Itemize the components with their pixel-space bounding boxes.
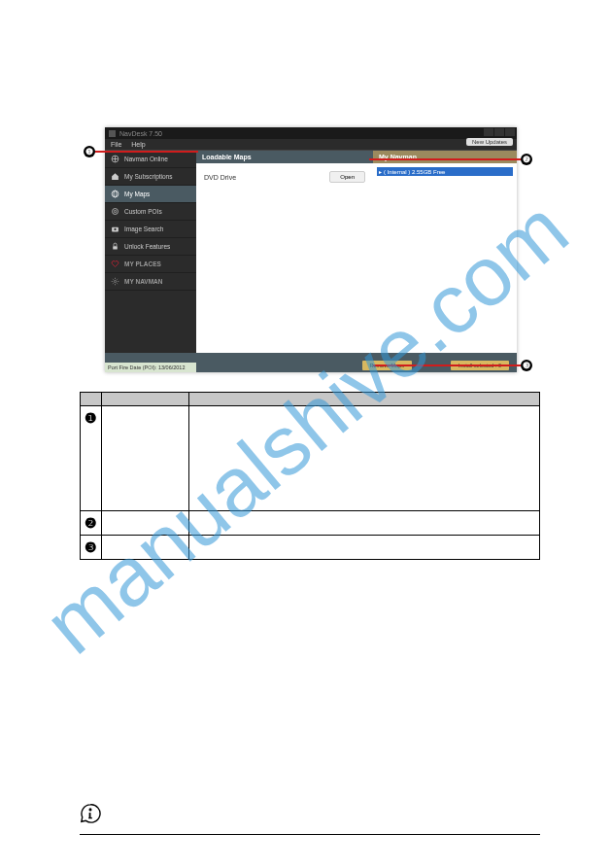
- app-icon: [109, 130, 116, 137]
- lock-icon: [111, 242, 119, 251]
- callout-line-1: [95, 151, 198, 153]
- menu-help[interactable]: Help: [131, 141, 145, 148]
- loadable-maps-header: Loadable Maps: [196, 151, 373, 163]
- status-text: Port Fire Date (POI): 13/06/2012: [105, 363, 196, 372]
- callout-line-2: [369, 158, 521, 160]
- table-row: ❸: [81, 536, 540, 560]
- svg-point-6: [114, 228, 116, 230]
- sidebar-item-label: Image Search: [124, 226, 163, 232]
- dvd-drive-label: DVD Drive: [204, 174, 236, 181]
- open-button[interactable]: Open: [329, 171, 365, 183]
- camera-icon: [111, 225, 119, 233]
- expand-icon[interactable]: ▸: [379, 168, 382, 175]
- callout-3: ❸: [521, 360, 532, 371]
- sidebar-item-label: Navman Online: [124, 156, 168, 162]
- window-title: NavDesk 7.50: [119, 130, 162, 137]
- row-item: [102, 406, 189, 511]
- sidebar-item-label: Custom POIs: [124, 208, 162, 215]
- sidebar-item-label: Unlock Features: [124, 243, 170, 250]
- row-marker: ❶: [81, 406, 102, 511]
- sidebar-item-subscriptions[interactable]: My Subscriptions: [105, 168, 196, 186]
- sidebar-item-label: MY NAVMAN: [124, 278, 162, 285]
- row-desc: [189, 536, 540, 560]
- callout-1: ❶: [84, 146, 95, 157]
- menubar: File Help New Updates: [105, 139, 517, 151]
- svg-point-3: [113, 209, 119, 215]
- cloud-icon: [111, 155, 119, 163]
- new-updates-button[interactable]: New Updates: [466, 138, 513, 146]
- svg-point-8: [114, 280, 116, 282]
- app-window: NavDesk 7.50 File Help New Updates Navma…: [105, 127, 517, 372]
- row-item: [102, 536, 189, 560]
- th-desc: [189, 393, 540, 406]
- loadable-maps-body: DVD Drive Open: [196, 163, 373, 353]
- row-item: [102, 511, 189, 536]
- my-navman-panel: My Navman ▸ ( Internal ) 2.55GB Free: [373, 151, 517, 353]
- device-tree-item[interactable]: ▸ ( Internal ) 2.55GB Free: [377, 167, 513, 176]
- table-row: ❶: [81, 406, 540, 511]
- row-marker: ❸: [81, 536, 102, 560]
- svg-point-1: [112, 191, 119, 197]
- callout-2: ❷: [521, 154, 532, 165]
- sidebar-item-navman-online[interactable]: Navman Online: [105, 151, 196, 168]
- sidebar-item-label: My Maps: [124, 191, 150, 197]
- info-icon: [80, 803, 101, 824]
- sidebar-item-label: MY PLACES: [124, 260, 161, 267]
- my-navman-header: My Navman: [373, 151, 517, 163]
- th-item: [102, 393, 189, 406]
- sidebar-header-my-navman[interactable]: MY NAVMAN: [105, 273, 196, 291]
- th-num: [81, 393, 102, 406]
- svg-point-2: [114, 191, 117, 197]
- description-table: ❶ ❷ ❸: [80, 392, 540, 560]
- svg-rect-7: [113, 246, 118, 249]
- sidebar-item-custom-pois[interactable]: Custom POIs: [105, 203, 196, 221]
- row-desc: [189, 406, 540, 511]
- svg-point-4: [114, 210, 116, 212]
- sidebar-item-unlock-features[interactable]: Unlock Features: [105, 238, 196, 256]
- home-icon: [111, 172, 119, 181]
- target-icon: [111, 207, 119, 216]
- footer-rule: [80, 834, 540, 835]
- titlebar: NavDesk 7.50: [105, 127, 517, 139]
- menu-file[interactable]: File: [111, 141, 121, 148]
- my-navman-body: ▸ ( Internal ) 2.55GB Free: [373, 163, 517, 353]
- footer-bar: Port Fire Date (POI): 13/06/2012 Remove …: [105, 353, 517, 372]
- sidebar-item-my-maps[interactable]: My Maps: [105, 186, 196, 203]
- row-marker: ❷: [81, 511, 102, 536]
- table-row: ❷: [81, 511, 540, 536]
- gear-icon: [111, 277, 119, 286]
- globe-icon: [111, 190, 119, 198]
- sidebar-header-my-places[interactable]: MY PLACES: [105, 256, 196, 273]
- sidebar-item-image-search[interactable]: Image Search: [105, 221, 196, 238]
- callout-line-3: [373, 365, 521, 366]
- loadable-maps-panel: Loadable Maps DVD Drive Open: [196, 151, 373, 353]
- sidebar-item-label: My Subscriptions: [124, 173, 173, 180]
- heart-icon: [111, 260, 119, 268]
- app-body: Navman Online My Subscriptions My Maps C…: [105, 151, 517, 353]
- svg-point-9: [89, 809, 91, 811]
- device-label: ( Internal ) 2.55GB Free: [384, 169, 445, 175]
- window-controls[interactable]: [484, 128, 515, 136]
- sidebar: Navman Online My Subscriptions My Maps C…: [105, 151, 196, 353]
- row-desc: [189, 511, 540, 536]
